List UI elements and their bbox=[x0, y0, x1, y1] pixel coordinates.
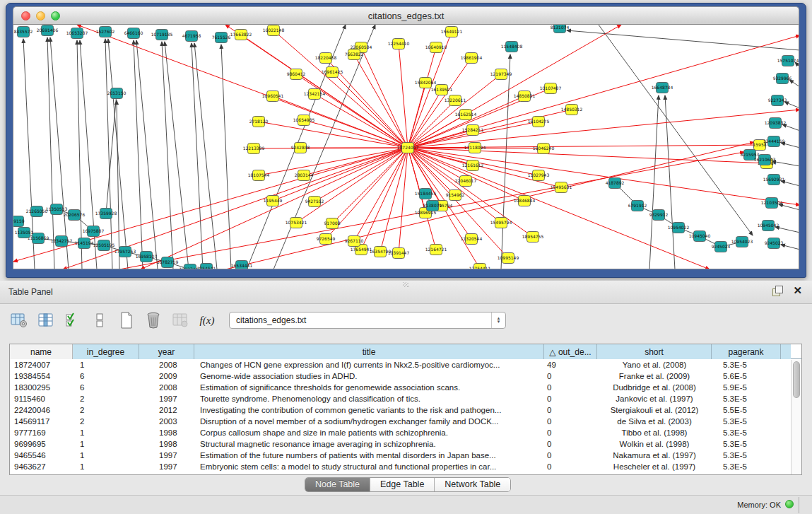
network-node[interactable]: 17663822 bbox=[230, 30, 252, 40]
table-cell[interactable]: 18724007 bbox=[10, 359, 73, 370]
table-cell[interactable]: 2 bbox=[73, 393, 139, 404]
network-node[interactable]: 16022148 bbox=[263, 25, 285, 36]
table-cell[interactable]: Tourette syndrome. Phenomenology and cla… bbox=[194, 393, 544, 404]
column-header-title[interactable]: title bbox=[194, 344, 544, 359]
table-cell[interactable]: 0 bbox=[544, 404, 597, 416]
network-node[interactable]: 10954023 bbox=[731, 237, 753, 247]
network-node[interactable]: 15284211 bbox=[462, 125, 484, 136]
table-cell[interactable]: 2012 bbox=[139, 404, 194, 416]
network-node[interactable]: 16640910 bbox=[425, 42, 447, 53]
table-cell[interactable]: Nakamura et al. (1997) bbox=[597, 450, 712, 461]
table-cell[interactable]: Structural magnetic resonance image aver… bbox=[194, 438, 544, 450]
table-cell[interactable]: 0 bbox=[544, 438, 597, 450]
table-row[interactable]: 1456911722003Disruption of a novel membe… bbox=[10, 416, 801, 427]
scrollbar-thumb[interactable] bbox=[793, 361, 800, 398]
network-node[interactable]: 10107487 bbox=[540, 83, 562, 94]
table-cell[interactable]: Jankovic et al. (1997) bbox=[597, 393, 712, 404]
network-node[interactable]: 10995149 bbox=[498, 253, 519, 264]
network-node[interactable]: 10654985 bbox=[293, 115, 315, 126]
table-cell[interactable]: 19384554 bbox=[10, 370, 73, 382]
column-header-in_degree[interactable]: in_degree bbox=[73, 344, 139, 359]
table-cell[interactable]: 1 bbox=[73, 427, 139, 438]
network-node[interactable]: 4187892 bbox=[606, 178, 625, 189]
tab-network-table[interactable]: Network Table bbox=[435, 478, 510, 491]
network-node[interactable]: 4671958 bbox=[182, 31, 201, 42]
table-cell[interactable]: 0 bbox=[544, 450, 597, 461]
function-builder-button[interactable]: f(x) bbox=[198, 311, 216, 329]
table-row[interactable]: 977716911998Corpus callosum shape and si… bbox=[10, 427, 801, 438]
network-node[interactable]: 20691406 bbox=[37, 25, 59, 36]
table-cell[interactable]: 1 bbox=[73, 450, 139, 461]
table-cell[interactable]: Stergiakouli et al. (2012) bbox=[597, 404, 712, 416]
table-cell[interactable]: 9777169 bbox=[10, 427, 73, 438]
network-node[interactable]: 9245024 bbox=[712, 242, 731, 252]
network-node[interactable]: 21265050 bbox=[26, 206, 48, 217]
network-node[interactable]: 12164721 bbox=[425, 245, 447, 255]
network-node[interactable]: 10945042 bbox=[758, 221, 779, 231]
network-node[interactable]: 39159 bbox=[13, 216, 25, 227]
table-cell[interactable]: 5.3E-5 bbox=[712, 359, 781, 370]
table-cell[interactable]: 5.3E-5 bbox=[712, 416, 781, 427]
table-cell[interactable]: 5.3E-5 bbox=[712, 427, 781, 438]
table-cell[interactable]: 5.5E-5 bbox=[712, 404, 781, 416]
table-cell[interactable]: 5.3E-5 bbox=[712, 438, 781, 450]
network-node[interactable]: 15495631 bbox=[551, 182, 572, 193]
table-cell[interactable]: 9465546 bbox=[10, 450, 73, 461]
network-node[interactable]: 17359928 bbox=[95, 209, 117, 219]
table-row[interactable]: 969969511998Structural magnetic resonanc… bbox=[10, 438, 801, 450]
tab-edge-table[interactable]: Edge Table bbox=[370, 478, 435, 491]
table-cell[interactable]: 9699695 bbox=[10, 438, 73, 450]
network-node[interactable]: 9329966 bbox=[773, 74, 792, 84]
network-node[interactable]: 11027943 bbox=[528, 170, 550, 181]
column-visibility-button[interactable] bbox=[37, 311, 55, 329]
column-header-pagerank[interactable]: pagerank bbox=[712, 344, 781, 359]
table-cell[interactable]: Investigating the contribution of common… bbox=[194, 404, 544, 416]
network-node[interactable]: 18954755 bbox=[522, 232, 544, 243]
network-node[interactable]: 10391447 bbox=[388, 248, 410, 259]
table-cell[interactable]: Corpus callosum shape and size in male p… bbox=[194, 427, 544, 438]
network-node[interactable]: 6466160 bbox=[124, 28, 143, 39]
network-node[interactable]: 9227343 bbox=[768, 95, 787, 106]
table-cell[interactable]: 9463627 bbox=[10, 461, 73, 472]
network-canvas[interactable]: 1872400716046240110279431084684415495794… bbox=[13, 25, 799, 269]
column-header-short[interactable]: short bbox=[597, 344, 712, 359]
table-vertical-scrollbar[interactable] bbox=[791, 360, 801, 474]
table-cell[interactable]: Wolkin et al. (1998) bbox=[597, 438, 712, 450]
table-cell[interactable]: 2 bbox=[73, 416, 139, 427]
network-node[interactable]: 6791912 bbox=[628, 201, 647, 211]
table-cell[interactable]: 0 bbox=[544, 370, 597, 382]
table-cell[interactable]: Franke et al. (2009) bbox=[597, 370, 712, 382]
tab-node-table[interactable]: Node Table bbox=[305, 478, 370, 491]
table-cell[interactable]: Tibbo et al. (1998) bbox=[597, 427, 712, 438]
network-node[interactable]: 917008 bbox=[324, 218, 341, 229]
table-row[interactable]: 1872400712008Changes of HCN gene express… bbox=[10, 359, 801, 370]
table-cell[interactable]: Estimation of the future numbers of pati… bbox=[194, 450, 544, 461]
table-cell[interactable]: 1998 bbox=[139, 427, 194, 438]
table-cell[interactable]: de Silva et al. (2003) bbox=[597, 416, 712, 427]
table-row[interactable]: 946554611997Estimation of the future num… bbox=[10, 450, 801, 461]
table-cell[interactable]: 18300295 bbox=[10, 382, 73, 393]
network-node[interactable]: 15692931 bbox=[763, 175, 785, 185]
table-cell[interactable]: 1998 bbox=[139, 438, 194, 450]
network-node[interactable]: 7615526 bbox=[212, 33, 231, 43]
network-node[interactable]: 16958107 bbox=[136, 252, 158, 262]
network-node[interactable]: 12213389 bbox=[243, 144, 265, 154]
table-cell[interactable]: 1997 bbox=[139, 461, 194, 472]
table-row[interactable]: 946362711997Embryonic stem cells: a mode… bbox=[10, 461, 801, 472]
table-row[interactable]: 1938455462009Genome-wide association stu… bbox=[10, 370, 801, 382]
table-cell[interactable]: Genome-wide association studies in ADHD. bbox=[194, 370, 544, 382]
table-cell[interactable]: Embryonic stem cells: a model to study s… bbox=[194, 461, 544, 472]
table-cell[interactable]: 1997 bbox=[139, 450, 194, 461]
network-node[interactable]: 10753421 bbox=[286, 218, 307, 228]
column-header-out_de[interactable]: △ out_de... bbox=[544, 344, 597, 359]
table-cell[interactable]: 2003 bbox=[139, 416, 194, 427]
network-node[interactable]: 2653150 bbox=[107, 88, 126, 99]
network-node[interactable]: 11320544 bbox=[461, 234, 483, 245]
network-node[interactable]: 12254410 bbox=[388, 39, 410, 49]
table-cell[interactable]: 5.3E-5 bbox=[712, 393, 781, 404]
network-node[interactable]: 9242848 bbox=[291, 143, 310, 153]
table-cell[interactable]: 14569117 bbox=[10, 416, 73, 427]
table-cell[interactable]: 1 bbox=[73, 438, 139, 450]
table-cell[interactable]: 2008 bbox=[139, 359, 194, 370]
table-cell[interactable]: 1 bbox=[73, 359, 139, 370]
